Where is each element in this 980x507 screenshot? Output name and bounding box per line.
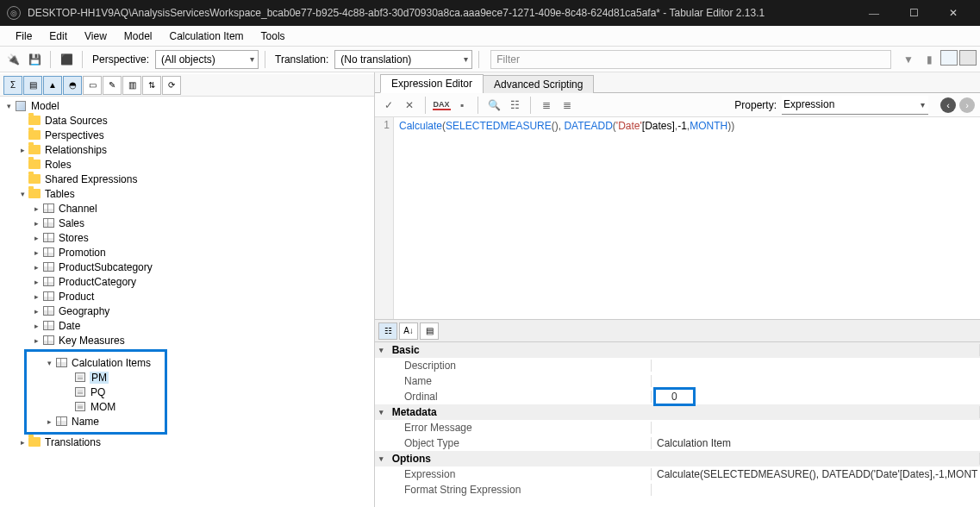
nav-back-button[interactable]: ‹ — [940, 97, 956, 113]
expr-property-combo[interactable]: Expression — [782, 96, 928, 115]
menu-file[interactable]: File — [7, 28, 41, 44]
table-icon — [43, 262, 54, 272]
tree-table-prodcat[interactable]: ProductCategory — [58, 276, 136, 288]
tree-table-sales[interactable]: Sales — [58, 217, 84, 229]
tree-relationships[interactable]: Relationships — [44, 144, 107, 156]
tab-advanced-scripting[interactable]: Advanced Scripting — [483, 75, 594, 93]
filter-columns-icon[interactable]: ▤ — [23, 76, 42, 95]
app-icon: ◎ — [7, 6, 21, 20]
connect-icon[interactable]: 🔌 — [3, 50, 22, 69]
prop-description[interactable]: Description — [389, 360, 652, 372]
tree-table-channel[interactable]: Channel — [58, 203, 97, 215]
filter-folders-icon[interactable]: ▭ — [83, 76, 102, 95]
tree-table-stores[interactable]: Stores — [58, 232, 89, 244]
nav-fwd-button[interactable]: › — [959, 97, 975, 113]
menubar: File Edit View Model Calculation Item To… — [0, 26, 980, 47]
main-area: Σ ▤ ▲ ◓ ▭ ✎ ▥ ⇅ ⟳ ▾Model ▸Data Sources ▸… — [0, 72, 980, 507]
tree-calcitem-pq[interactable]: PQ — [90, 386, 105, 398]
prop-cat-options[interactable]: Options — [389, 453, 980, 465]
tree-translations[interactable]: Translations — [44, 436, 101, 448]
menu-model[interactable]: Model — [115, 28, 161, 44]
replace-icon[interactable]: ☷ — [506, 97, 523, 114]
prop-expression-val[interactable]: Calculate(SELECTEDMEASURE(), DATEADD('Da… — [652, 468, 980, 480]
flag-icon[interactable]: ▮ — [920, 50, 939, 69]
translation-value: (No translation) — [340, 53, 411, 66]
property-grid[interactable]: ▾Basic Description Name Ordinal0 ▾Metada… — [375, 342, 980, 507]
editor-panel: Expression Editor Advanced Scripting ✓ ✕… — [375, 72, 980, 507]
comment-icon[interactable]: ▪ — [453, 97, 471, 114]
tree-perspectives[interactable]: Perspectives — [44, 129, 104, 141]
prop-ordinal-val[interactable]: 0 — [652, 387, 980, 406]
save-icon[interactable]: 💾 — [25, 50, 44, 69]
tree-table-keymeasures[interactable]: Key Measures — [58, 335, 125, 347]
menu-calc-item[interactable]: Calculation Item — [161, 28, 253, 44]
accept-icon[interactable]: ✓ — [380, 97, 397, 114]
tree-calc-name[interactable]: Name — [71, 416, 99, 428]
menu-edit[interactable]: Edit — [41, 28, 76, 44]
maximize-button[interactable]: ☐ — [894, 0, 933, 26]
tree-tables[interactable]: Tables — [44, 188, 75, 200]
main-toolbar: 🔌 💾 ⬛ Perspective: (All objects) Transla… — [0, 47, 980, 72]
filter-measures-icon[interactable]: Σ — [3, 76, 22, 95]
table-icon — [43, 306, 54, 316]
layout-toggle-b[interactable] — [959, 50, 977, 66]
tree-table-product[interactable]: Product — [58, 291, 94, 303]
cancel-icon[interactable]: ✕ — [401, 97, 418, 114]
menu-view[interactable]: View — [76, 28, 115, 44]
titlebar: ◎ DESKTOP-HH1V9AQ\AnalysisServicesWorksp… — [0, 0, 980, 26]
tree-roles[interactable]: Roles — [44, 159, 72, 171]
sort-icon[interactable]: ⇅ — [142, 76, 161, 95]
prop-alpha-icon[interactable]: A↓ — [399, 322, 418, 340]
table-icon — [43, 321, 54, 330]
prop-format[interactable]: Format String Expression — [389, 484, 652, 496]
tree-table-prodsub[interactable]: ProductSubcategory — [58, 261, 153, 273]
tree-table-date[interactable]: Date — [58, 320, 80, 332]
filter-icon[interactable]: ▼ — [899, 50, 918, 69]
perspective-combo[interactable]: (All objects) — [155, 50, 259, 69]
tree-calcitem-pm[interactable]: PM — [90, 372, 109, 384]
explorer-panel: Σ ▤ ▲ ◓ ▭ ✎ ▥ ⇅ ⟳ ▾Model ▸Data Sources ▸… — [0, 72, 375, 507]
find-icon[interactable]: 🔍 — [485, 97, 502, 114]
tree-table-promotion[interactable]: Promotion — [58, 247, 106, 259]
nav-arrows: ‹ › — [940, 97, 975, 113]
model-tree[interactable]: ▾Model ▸Data Sources ▸Perspectives ▸Rela… — [0, 97, 374, 451]
prop-cat-basic[interactable]: Basic — [389, 344, 980, 356]
prop-objtype[interactable]: Object Type — [389, 437, 652, 449]
expression-toolbar: ✓ ✕ DAX ▪ 🔍 ☷ ≣ ≣ Property: Expression ‹… — [375, 93, 980, 117]
translation-combo[interactable]: (No translation) — [334, 50, 472, 69]
prop-objtype-val[interactable]: Calculation Item — [652, 437, 980, 449]
refresh-icon[interactable]: ⟳ — [162, 76, 181, 95]
indent-icon[interactable]: ≣ — [538, 97, 555, 114]
prop-pages-icon[interactable]: ▤ — [420, 322, 439, 340]
separator — [265, 51, 265, 68]
tree-table-geography[interactable]: Geography — [58, 305, 109, 317]
filter-partitions-icon[interactable]: ◓ — [63, 76, 82, 95]
close-button[interactable]: ✕ — [933, 0, 973, 26]
code-text[interactable]: Calculate(SELECTEDMEASURE(), DATEADD('Da… — [394, 117, 980, 319]
menu-tools[interactable]: Tools — [253, 28, 294, 44]
prop-name[interactable]: Name — [389, 375, 652, 387]
filter-hierarchies-icon[interactable]: ▲ — [43, 76, 62, 95]
dax-format-icon[interactable]: DAX — [433, 97, 450, 114]
prop-ordinal[interactable]: Ordinal — [389, 391, 652, 403]
tree-model[interactable]: Model — [30, 100, 59, 112]
filter-all-icon[interactable]: ▥ — [122, 76, 141, 95]
layout-toggle-a[interactable] — [940, 50, 958, 66]
prop-categorized-icon[interactable]: ☷ — [378, 322, 397, 340]
filter-hidden-icon[interactable]: ✎ — [103, 76, 122, 95]
expression-code[interactable]: 1 Calculate(SELECTEDMEASURE(), DATEADD('… — [375, 117, 980, 320]
deploy-icon[interactable]: ⬛ — [57, 50, 76, 69]
prop-expression[interactable]: Expression — [389, 468, 652, 480]
tree-shared-expressions[interactable]: Shared Expressions — [44, 173, 137, 185]
tree-calcitem-mom[interactable]: MOM — [90, 401, 115, 413]
calcitem-icon — [75, 372, 85, 382]
prop-errmsg[interactable]: Error Message — [389, 422, 652, 434]
tab-expression-editor[interactable]: Expression Editor — [380, 74, 484, 93]
table-icon — [43, 247, 54, 257]
minimize-button[interactable]: ― — [854, 0, 894, 26]
tree-calc-items[interactable]: Calculation Items — [71, 357, 151, 369]
tree-data-sources[interactable]: Data Sources — [44, 115, 108, 127]
outdent-icon[interactable]: ≣ — [559, 97, 576, 114]
prop-cat-metadata[interactable]: Metadata — [389, 406, 980, 418]
filter-input[interactable]: Filter — [490, 50, 891, 69]
